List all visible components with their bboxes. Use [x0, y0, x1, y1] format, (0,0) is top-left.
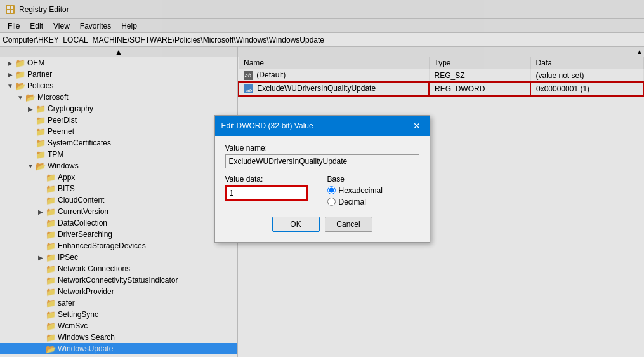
value-data-col: Value data:: [225, 175, 317, 206]
value-name-field: Value name:: [225, 144, 419, 168]
value-data-row: Value data: Base Hexadecimal Decimal: [225, 175, 419, 206]
base-radio-group: Hexadecimal Decimal: [327, 186, 419, 206]
hexadecimal-radio[interactable]: [327, 186, 336, 194]
value-data-label: Value data:: [225, 175, 317, 184]
modal-titlebar: Edit DWORD (32-bit) Value ✕: [215, 116, 430, 136]
modal-title: Edit DWORD (32-bit) Value: [221, 121, 313, 130]
ok-button[interactable]: OK: [272, 217, 320, 232]
modal-body: Value name: Value data: Base Hexadecimal: [215, 136, 430, 242]
decimal-radio[interactable]: [327, 198, 336, 206]
value-name-input[interactable]: [225, 154, 419, 168]
modal-overlay: Edit DWORD (32-bit) Value ✕ Value name: …: [0, 0, 644, 357]
decimal-label: Decimal: [339, 198, 366, 206]
base-col: Base Hexadecimal Decimal: [327, 175, 419, 206]
base-label: Base: [327, 175, 419, 184]
hexadecimal-radio-label[interactable]: Hexadecimal: [327, 186, 419, 195]
edit-dword-dialog: Edit DWORD (32-bit) Value ✕ Value name: …: [214, 115, 430, 243]
decimal-radio-label[interactable]: Decimal: [327, 198, 419, 206]
value-name-label: Value name:: [225, 144, 419, 152]
modal-buttons: OK Cancel: [225, 217, 419, 234]
value-data-input[interactable]: [225, 185, 308, 201]
cancel-button[interactable]: Cancel: [325, 217, 372, 232]
hexadecimal-label: Hexadecimal: [339, 186, 383, 195]
modal-close-button[interactable]: ✕: [411, 119, 423, 132]
